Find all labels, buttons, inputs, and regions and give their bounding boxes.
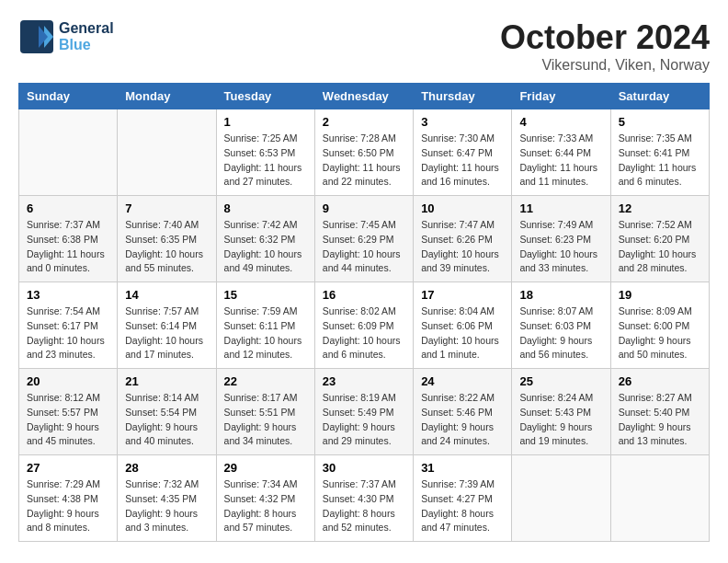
calendar-cell: 12Sunrise: 7:52 AMSunset: 6:20 PMDayligh…: [610, 196, 709, 282]
logo-text: General Blue: [59, 20, 114, 52]
daylight-text: Daylight: 8 hours and 57 minutes.: [224, 507, 307, 536]
sunset-text: Sunset: 4:27 PM: [421, 492, 504, 507]
day-detail: Sunrise: 8:09 AMSunset: 6:00 PMDaylight:…: [619, 304, 701, 362]
sunset-text: Sunset: 5:54 PM: [125, 406, 208, 420]
calendar-cell: 11Sunrise: 7:49 AMSunset: 6:23 PMDayligh…: [512, 196, 610, 282]
weekday-header: Sunday: [19, 84, 118, 109]
day-detail: Sunrise: 7:34 AMSunset: 4:32 PMDaylight:…: [224, 477, 307, 535]
sunset-text: Sunset: 6:29 PM: [323, 233, 405, 247]
day-detail: Sunrise: 7:57 AMSunset: 6:14 PMDaylight:…: [125, 304, 208, 362]
calendar-cell: 3Sunrise: 7:30 AMSunset: 6:47 PMDaylight…: [414, 109, 512, 196]
daylight-text: Daylight: 10 hours and 44 minutes.: [323, 247, 405, 277]
daylight-text: Daylight: 11 hours and 16 minutes.: [421, 161, 504, 190]
sunrise-text: Sunrise: 7:33 AM: [519, 132, 602, 146]
day-number: 9: [323, 201, 405, 215]
sunrise-text: Sunrise: 7:45 AM: [323, 218, 405, 233]
sunrise-text: Sunrise: 7:49 AM: [519, 218, 602, 233]
calendar-cell: 26Sunrise: 8:27 AMSunset: 5:40 PMDayligh…: [610, 369, 709, 455]
sunrise-text: Sunrise: 7:47 AM: [421, 218, 504, 233]
weekday-header: Thursday: [414, 84, 512, 109]
day-detail: Sunrise: 7:35 AMSunset: 6:41 PMDaylight:…: [619, 132, 701, 190]
sunset-text: Sunset: 6:38 PM: [27, 233, 109, 247]
day-number: 4: [519, 115, 602, 129]
logo: General Blue: [18, 18, 114, 55]
daylight-text: Daylight: 9 hours and 8 minutes.: [27, 507, 109, 536]
day-detail: Sunrise: 7:32 AMSunset: 4:35 PMDaylight:…: [125, 477, 208, 535]
sunrise-text: Sunrise: 8:24 AM: [519, 391, 602, 406]
sunset-text: Sunset: 6:03 PM: [519, 319, 602, 334]
sunset-text: Sunset: 6:41 PM: [619, 146, 701, 161]
sunset-text: Sunset: 5:46 PM: [421, 406, 504, 420]
daylight-text: Daylight: 9 hours and 50 minutes.: [619, 334, 701, 363]
calendar-cell: 29Sunrise: 7:34 AMSunset: 4:32 PMDayligh…: [216, 455, 314, 542]
day-number: 23: [323, 374, 405, 388]
day-number: 1: [224, 115, 307, 129]
calendar-cell: [118, 109, 216, 196]
calendar-cell: 25Sunrise: 8:24 AMSunset: 5:43 PMDayligh…: [512, 369, 610, 455]
day-detail: Sunrise: 7:29 AMSunset: 4:38 PMDaylight:…: [27, 477, 109, 535]
day-number: 6: [27, 201, 109, 215]
day-detail: Sunrise: 7:33 AMSunset: 6:44 PMDaylight:…: [519, 132, 602, 190]
day-detail: Sunrise: 7:30 AMSunset: 6:47 PMDaylight:…: [421, 132, 504, 190]
daylight-text: Daylight: 11 hours and 0 minutes.: [27, 247, 109, 277]
page-header: General Blue October 2024 Vikersund, Vik…: [18, 18, 710, 74]
day-detail: Sunrise: 8:02 AMSunset: 6:09 PMDaylight:…: [323, 304, 405, 362]
day-number: 3: [421, 115, 504, 129]
sunrise-text: Sunrise: 7:30 AM: [421, 132, 504, 146]
calendar-cell: 15Sunrise: 7:59 AMSunset: 6:11 PMDayligh…: [216, 282, 314, 369]
sunset-text: Sunset: 5:49 PM: [323, 406, 405, 420]
daylight-text: Daylight: 10 hours and 23 minutes.: [27, 334, 109, 363]
sunset-text: Sunset: 6:32 PM: [224, 233, 307, 247]
day-number: 14: [125, 288, 208, 302]
daylight-text: Daylight: 8 hours and 52 minutes.: [323, 507, 405, 536]
sunrise-text: Sunrise: 7:42 AM: [224, 218, 307, 233]
calendar-cell: 19Sunrise: 8:09 AMSunset: 6:00 PMDayligh…: [610, 282, 709, 369]
daylight-text: Daylight: 9 hours and 13 minutes.: [619, 420, 701, 450]
sunrise-text: Sunrise: 8:07 AM: [519, 304, 602, 319]
day-detail: Sunrise: 8:12 AMSunset: 5:57 PMDaylight:…: [27, 391, 109, 449]
day-number: 18: [519, 288, 602, 302]
calendar-week-row: 1Sunrise: 7:25 AMSunset: 6:53 PMDaylight…: [19, 109, 710, 196]
daylight-text: Daylight: 9 hours and 3 minutes.: [125, 507, 208, 536]
day-detail: Sunrise: 7:40 AMSunset: 6:35 PMDaylight:…: [125, 218, 208, 276]
calendar-cell: 16Sunrise: 8:02 AMSunset: 6:09 PMDayligh…: [314, 282, 413, 369]
weekday-header: Saturday: [610, 84, 709, 109]
calendar-cell: 20Sunrise: 8:12 AMSunset: 5:57 PMDayligh…: [19, 369, 118, 455]
day-number: 19: [619, 288, 701, 302]
sunrise-text: Sunrise: 8:22 AM: [421, 391, 504, 406]
calendar-cell: 23Sunrise: 8:19 AMSunset: 5:49 PMDayligh…: [314, 369, 413, 455]
daylight-text: Daylight: 10 hours and 6 minutes.: [323, 334, 405, 363]
sunset-text: Sunset: 5:40 PM: [619, 406, 701, 420]
sunset-text: Sunset: 6:06 PM: [421, 319, 504, 334]
sunrise-text: Sunrise: 8:27 AM: [619, 391, 701, 406]
day-number: 13: [27, 288, 109, 302]
calendar-cell: 9Sunrise: 7:45 AMSunset: 6:29 PMDaylight…: [314, 196, 413, 282]
day-number: 10: [421, 201, 504, 215]
day-detail: Sunrise: 7:42 AMSunset: 6:32 PMDaylight:…: [224, 218, 307, 276]
sunrise-text: Sunrise: 7:35 AM: [619, 132, 701, 146]
sunset-text: Sunset: 6:53 PM: [224, 146, 307, 161]
sunset-text: Sunset: 5:51 PM: [224, 406, 307, 420]
day-number: 11: [519, 201, 602, 215]
sunset-text: Sunset: 6:11 PM: [224, 319, 307, 334]
day-number: 31: [421, 461, 504, 475]
calendar-cell: 24Sunrise: 8:22 AMSunset: 5:46 PMDayligh…: [414, 369, 512, 455]
daylight-text: Daylight: 11 hours and 6 minutes.: [619, 161, 701, 190]
sunset-text: Sunset: 6:20 PM: [619, 233, 701, 247]
calendar-cell: 27Sunrise: 7:29 AMSunset: 4:38 PMDayligh…: [19, 455, 118, 542]
calendar-cell: 18Sunrise: 8:07 AMSunset: 6:03 PMDayligh…: [512, 282, 610, 369]
weekday-header: Monday: [118, 84, 216, 109]
daylight-text: Daylight: 9 hours and 19 minutes.: [519, 420, 602, 450]
sunset-text: Sunset: 6:00 PM: [619, 319, 701, 334]
sunset-text: Sunset: 6:26 PM: [421, 233, 504, 247]
header-row: SundayMondayTuesdayWednesdayThursdayFrid…: [19, 84, 710, 109]
daylight-text: Daylight: 10 hours and 33 minutes.: [519, 247, 602, 277]
sunset-text: Sunset: 4:32 PM: [224, 492, 307, 507]
sunrise-text: Sunrise: 8:17 AM: [224, 391, 307, 406]
sunrise-text: Sunrise: 7:39 AM: [421, 477, 504, 492]
calendar-cell: 14Sunrise: 7:57 AMSunset: 6:14 PMDayligh…: [118, 282, 216, 369]
calendar-cell: [512, 455, 610, 542]
daylight-text: Daylight: 11 hours and 27 minutes.: [224, 161, 307, 190]
day-detail: Sunrise: 7:54 AMSunset: 6:17 PMDaylight:…: [27, 304, 109, 362]
day-number: 7: [125, 201, 208, 215]
